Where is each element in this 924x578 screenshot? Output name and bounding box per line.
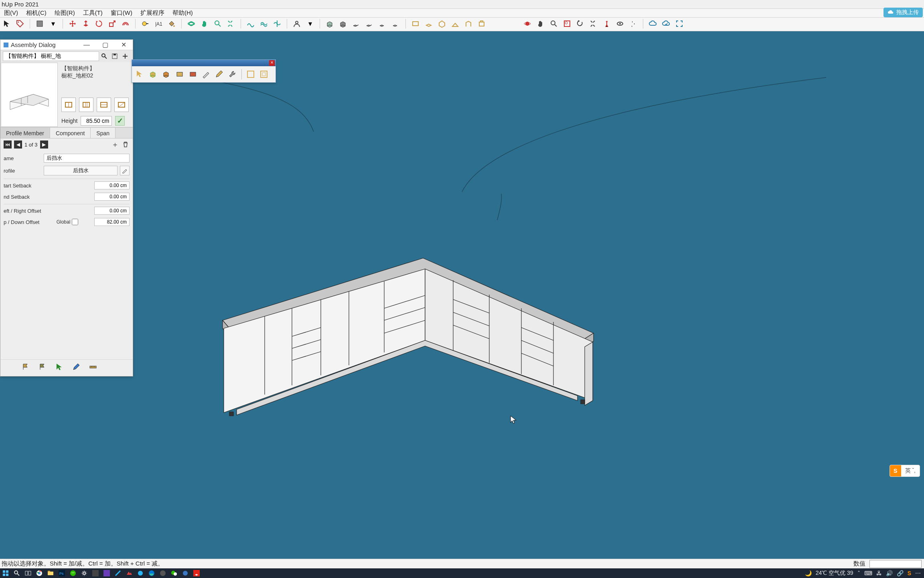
- solid-f-icon[interactable]: [391, 18, 401, 29]
- dropdown-icon[interactable]: ▾: [48, 18, 58, 29]
- menu-view[interactable]: 图(V): [0, 9, 22, 17]
- sandbox-icon[interactable]: [245, 18, 256, 29]
- end-setback-input[interactable]: [94, 193, 130, 201]
- profile-edit-button[interactable]: [120, 166, 130, 175]
- vray-frame-icon[interactable]: [562, 18, 572, 29]
- up-down-input[interactable]: [94, 218, 130, 226]
- ft-knife-icon[interactable]: [201, 69, 212, 80]
- name-input[interactable]: [44, 154, 130, 163]
- global-checkbox[interactable]: [72, 219, 78, 225]
- app-e-icon[interactable]: [135, 569, 146, 578]
- ft-box-b-icon[interactable]: [161, 69, 172, 80]
- save-icon[interactable]: [109, 51, 120, 61]
- app-d-icon[interactable]: [124, 569, 135, 578]
- vray-ext-icon[interactable]: [588, 18, 599, 29]
- tray-sogou-icon[interactable]: S: [908, 570, 911, 576]
- menu-extensions[interactable]: 扩展程序: [136, 9, 168, 17]
- pager-delete-button[interactable]: [122, 140, 130, 149]
- menu-draw[interactable]: 绘图(R): [51, 9, 79, 17]
- cloud1-icon[interactable]: [648, 18, 658, 29]
- move-tool-icon[interactable]: [67, 18, 78, 29]
- tool-ruler-icon[interactable]: [88, 362, 98, 372]
- vray-person-icon[interactable]: [602, 18, 612, 29]
- tray-network-icon[interactable]: 🖧: [876, 570, 882, 576]
- scene-f-icon[interactable]: [476, 18, 487, 29]
- offset-tool-icon[interactable]: [120, 18, 131, 29]
- edge-icon[interactable]: [146, 569, 157, 578]
- upload-pill[interactable]: 拖拽上传: [883, 8, 923, 17]
- pager-add-button[interactable]: ＋: [111, 140, 119, 149]
- tab-component[interactable]: Component: [50, 128, 91, 138]
- tray-input-icon[interactable]: ⌨: [864, 570, 872, 576]
- pushpull-tool-icon[interactable]: [81, 18, 91, 29]
- minimize-button[interactable]: —: [77, 40, 96, 50]
- taskview-button[interactable]: [22, 569, 34, 578]
- ft-box-c-icon[interactable]: [174, 69, 185, 80]
- assembly-dialog-title[interactable]: Assembly Dialog — ▢ ✕: [0, 40, 133, 50]
- ft-frame-b-icon[interactable]: [258, 69, 270, 80]
- tool-flag2-icon[interactable]: [37, 362, 48, 372]
- scene-d-icon[interactable]: [450, 18, 460, 29]
- vray-zoom-icon[interactable]: [549, 18, 559, 29]
- user-icon[interactable]: [292, 18, 302, 29]
- page-first-button[interactable]: ⏮: [4, 140, 12, 149]
- photoshop-icon[interactable]: Ps: [56, 569, 67, 578]
- preview-thumbnail[interactable]: [1, 63, 58, 127]
- paint-tool-icon[interactable]: [34, 18, 45, 29]
- explorer-icon[interactable]: [45, 569, 56, 578]
- search-button[interactable]: [11, 569, 22, 578]
- tool-pencil-icon[interactable]: [71, 362, 81, 372]
- tag-tool-icon[interactable]: [15, 18, 25, 29]
- fullscreen-icon[interactable]: [674, 18, 685, 29]
- rotate-tool-icon[interactable]: [94, 18, 104, 29]
- select-tool-icon[interactable]: [2, 18, 12, 29]
- cloud2-icon[interactable]: [661, 18, 671, 29]
- frame-option-2[interactable]: [79, 98, 93, 112]
- sketchup-icon[interactable]: [191, 569, 202, 578]
- wechat-icon[interactable]: [67, 569, 79, 578]
- app-g-icon[interactable]: [180, 569, 191, 578]
- 3d-viewport[interactable]: [0, 31, 924, 559]
- frame-option-1[interactable]: [61, 98, 76, 112]
- ft-cursor-icon[interactable]: [134, 69, 146, 80]
- height-input[interactable]: [81, 116, 112, 126]
- tool-flag-icon[interactable]: [20, 362, 31, 372]
- tool-select-icon[interactable]: [54, 362, 65, 372]
- tab-span[interactable]: Span: [91, 128, 116, 138]
- start-setback-input[interactable]: [94, 181, 130, 189]
- tray-chevron-icon[interactable]: ˄: [857, 570, 860, 576]
- ft-frame-a-icon[interactable]: [245, 69, 256, 80]
- scene-c-icon[interactable]: [437, 18, 447, 29]
- wechat2-icon[interactable]: [168, 569, 180, 578]
- close-button[interactable]: ✕: [114, 40, 133, 50]
- search-icon[interactable]: [99, 51, 109, 61]
- ft-box-d-icon[interactable]: [187, 69, 199, 80]
- menu-window[interactable]: 窗口(W): [107, 9, 136, 17]
- floating-toolbar[interactable]: ×: [132, 59, 276, 83]
- pan-tool-icon[interactable]: [199, 18, 210, 29]
- left-right-input[interactable]: [94, 207, 130, 215]
- tray-link-icon[interactable]: 🔗: [897, 570, 904, 576]
- page-next-button[interactable]: ▶: [40, 140, 48, 149]
- app-b-icon[interactable]: [101, 569, 112, 578]
- solid-e-icon[interactable]: [377, 18, 388, 29]
- height-confirm-button[interactable]: ✓: [115, 116, 125, 126]
- maximize-button[interactable]: ▢: [96, 40, 114, 50]
- scene-e-icon[interactable]: [463, 18, 474, 29]
- start-button[interactable]: [0, 569, 11, 578]
- vray-walk-icon[interactable]: [628, 18, 638, 29]
- menu-tools[interactable]: 工具(T): [79, 9, 107, 17]
- page-prev-button[interactable]: ◀: [14, 140, 22, 149]
- profile-select-button[interactable]: 后挡水: [44, 166, 118, 175]
- tray-volume-icon[interactable]: 🔊: [886, 570, 893, 576]
- chrome-icon[interactable]: [34, 569, 45, 578]
- vray-pan-icon[interactable]: [535, 18, 546, 29]
- solid-c-icon[interactable]: [351, 18, 361, 29]
- tray-more-icon[interactable]: ⋯: [915, 570, 921, 576]
- zoom-extents-icon[interactable]: [226, 18, 236, 29]
- sandbox2-icon[interactable]: [259, 18, 269, 29]
- settings-icon[interactable]: [79, 569, 90, 578]
- solid-b-icon[interactable]: [338, 18, 348, 29]
- menu-help[interactable]: 帮助(H): [168, 9, 197, 17]
- app-f-icon[interactable]: [157, 569, 168, 578]
